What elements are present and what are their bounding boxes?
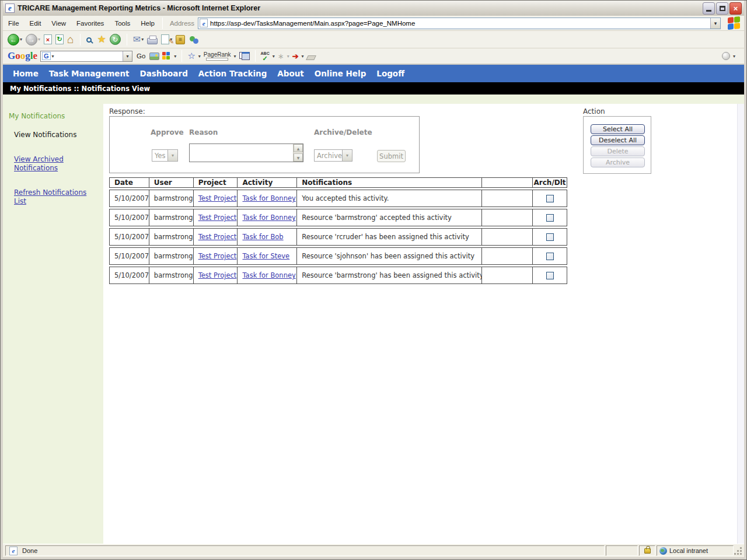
notification-cell: Resource 'rcruder' has been assigned thi… [297,229,482,245]
project-link[interactable]: Test Project [198,214,237,222]
popup-blocker-icon[interactable] [239,52,250,60]
research-icon: ≡ [176,35,185,44]
google-search-input[interactable] [54,52,123,60]
google-options-icon[interactable] [162,52,171,61]
stop-button[interactable]: × [44,34,52,44]
archive-delete-select[interactable]: Archive ▾ [314,149,352,162]
home-button[interactable]: ⌂ [67,34,74,45]
google-go-button[interactable]: Go [137,52,145,60]
google-toolbar: Google G ▾ ▾ Go ▾ ☆ ▾ PageRank ▾ ABC✓ ▾ … [3,48,744,65]
activity-link[interactable]: Task for Bob [242,233,283,241]
activity-link[interactable]: Task for Bonney [242,214,295,222]
action-section-label: Action [583,107,605,116]
edit-button[interactable]: ✎ ▾ [161,34,172,44]
menu-item[interactable]: File [3,18,25,29]
action-button[interactable]: Select All [591,124,645,134]
nav-item[interactable]: Action Tracking [193,69,273,78]
archive-checkbox[interactable] [546,233,554,241]
messenger-button[interactable] [189,35,199,44]
archive-checkbox[interactable] [546,253,554,260]
sidebar-title: My Notifications [9,112,103,120]
vertical-scrollbar[interactable] [737,104,744,544]
bookmark-star-icon[interactable]: ☆ [187,51,195,61]
activity-link[interactable]: Task for Bonney [242,271,295,279]
reason-textarea[interactable]: ▲ ▼ [189,144,303,162]
submit-button[interactable]: Submit [377,150,406,162]
minimize-button[interactable] [703,2,715,15]
search-button[interactable] [86,36,94,43]
nav-item[interactable]: Home [8,69,44,78]
close-button[interactable]: × [729,2,742,15]
settings-dropdown[interactable]: ▾ [733,54,735,59]
activity-link[interactable]: Task for Steve [242,252,289,260]
sidebar-item-label[interactable]: Refresh Notifications List [14,188,86,205]
spellcheck-button[interactable]: ABC✓ [261,51,270,61]
favorites-button[interactable]: ★ [97,34,106,44]
project-link[interactable]: Test Project [198,194,237,202]
forward-dropdown[interactable]: ▾ [38,37,40,42]
history-button[interactable]: ↻ [110,34,121,45]
scroll-down-icon[interactable]: ▼ [294,153,303,162]
address-label: Address [170,20,194,27]
action-button[interactable]: Archive [591,158,645,167]
nav-item[interactable]: About [272,69,309,78]
archive-checkbox[interactable] [546,195,554,202]
print-button[interactable] [147,34,158,44]
mail-button[interactable]: ✉ ▾ [133,35,144,44]
address-bar[interactable]: e https://asp-dev/TasksManagement/Main.a… [198,18,721,29]
nav-item[interactable]: Dashboard [134,69,193,78]
mail-dropdown[interactable]: ▾ [141,37,144,42]
nav-item[interactable]: Online Help [309,69,372,78]
send-to-dropdown[interactable]: ▾ [302,54,304,59]
textarea-scrollbar[interactable]: ▲ ▼ [293,144,303,162]
back-button[interactable]: ← ▾ [8,34,22,46]
archive-checkbox[interactable] [546,214,554,222]
autofill-wand-icon[interactable]: ∗ [278,52,284,61]
image-search-icon[interactable] [149,52,159,60]
address-url[interactable]: https://asp-dev/TasksManagement/Main.asp… [210,20,710,27]
search-history-dropdown[interactable]: ▾ [123,51,132,61]
action-button[interactable]: Delete [591,146,645,156]
menu-item[interactable]: Favorites [71,18,109,29]
home-icon: ⌂ [67,34,74,45]
page-header-strip [3,94,744,104]
menu-item[interactable]: Tools [109,18,135,29]
research-button[interactable]: ≡ [176,35,185,44]
approve-select[interactable]: Yes ▾ [152,149,178,162]
pagerank-dropdown[interactable]: ▾ [234,54,236,59]
forward-button[interactable]: → ▾ [26,34,40,46]
autofill-dropdown[interactable]: ▾ [287,54,289,59]
options-dropdown[interactable]: ▾ [174,54,176,59]
sidebar-item[interactable]: View Archived Notifications [14,155,87,173]
address-dropdown-button[interactable]: ▾ [710,18,720,29]
search-icon [86,37,92,43]
google-search-box[interactable]: G ▾ ▾ [40,51,132,62]
menu-item[interactable]: Help [135,18,160,29]
nav-item[interactable]: Logoff [371,69,410,78]
archive-checkbox[interactable] [546,272,554,279]
project-link[interactable]: Test Project [198,233,237,241]
bookmark-dropdown[interactable]: ▾ [198,54,201,59]
maximize-button[interactable] [716,2,728,15]
sidebar-item-label[interactable]: View Notifications [14,131,76,139]
globe-icon [659,547,667,555]
activity-link[interactable]: Task for Bonney [242,194,295,202]
highlighter-icon[interactable] [306,55,316,60]
spellcheck-dropdown[interactable]: ▾ [273,54,275,59]
resize-grip[interactable] [735,545,743,556]
send-to-icon[interactable]: ➔ [292,52,299,61]
nav-item[interactable]: Task Management [44,69,135,78]
sidebar-item[interactable]: View Notifications [14,131,87,139]
sidebar-item-label[interactable]: View Archived Notifications [14,155,64,172]
refresh-button[interactable]: ↻ [55,34,64,44]
project-link[interactable]: Test Project [198,271,237,279]
project-link[interactable]: Test Project [198,252,237,260]
scroll-up-icon[interactable]: ▲ [294,144,303,152]
toolbar-settings-icon[interactable] [722,52,730,60]
menu-item[interactable]: Edit [25,18,47,29]
sidebar-item[interactable]: Refresh Notifications List [14,188,87,206]
back-dropdown[interactable]: ▾ [20,37,22,42]
menu-item[interactable]: View [46,18,71,29]
status-bar: e Done Local intranet [3,544,744,557]
action-button[interactable]: Deselect All [591,135,645,145]
